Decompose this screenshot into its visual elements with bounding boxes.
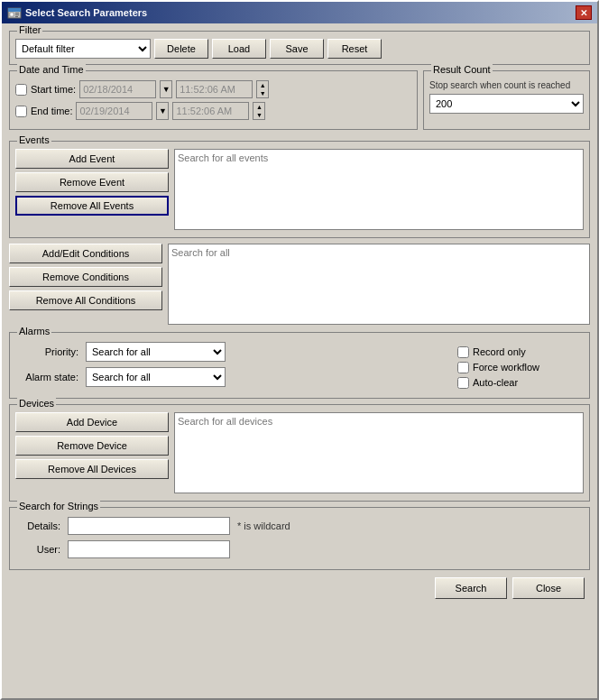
alarms-label: Alarms [17,326,51,336]
remove-device-button[interactable]: Remove Device [15,436,169,456]
auto-clear-label: Auto-clear [457,377,584,389]
result-count-description: Stop search when count is reached [429,80,584,90]
main-window: Select Search Parameters ✕ Filter Defaul… [0,0,599,700]
end-time-label: End time: [31,106,72,116]
start-time-checkbox-label: Start time: [15,84,76,96]
alarms-group: Alarms Priority: Search for all Alarm st… [9,332,590,399]
priority-row: Priority: Search for all [15,342,447,362]
datetime-result-row: Date and Time Start time: ▼ ▲ ▼ [9,70,590,135]
force-workflow-checkbox[interactable] [457,362,469,373]
search-strings-group: Search for Strings Details: * is wildcar… [9,507,590,570]
devices-buttons: Add Device Remove Device Remove All Devi… [15,412,169,495]
end-date-input[interactable] [76,102,152,120]
result-count-select[interactable]: 200 [429,94,584,114]
user-input[interactable] [68,540,230,558]
details-label: Details: [15,520,60,531]
remove-all-devices-button[interactable]: Remove All Devices [15,459,169,479]
priority-label: Priority: [15,346,78,357]
result-count-content: Stop search when count is reached 200 [429,80,584,114]
end-time-checkbox[interactable] [15,106,27,117]
user-row: User: [15,540,584,558]
start-time-input[interactable] [176,80,253,98]
start-time-spin-up[interactable]: ▲ [257,81,268,89]
devices-label: Devices [17,398,56,409]
svg-rect-2 [10,13,14,16]
alarms-right: Record only Force workflow Auto-clear [457,342,584,392]
user-label: User: [15,544,60,555]
remove-event-button[interactable]: Remove Event [15,172,169,192]
search-strings-content: Details: * is wildcard User: [15,517,584,558]
record-only-checkbox[interactable] [457,346,469,358]
filter-group: Filter Default filter Delete Load Save R… [9,31,590,65]
result-count-group: Result Count Stop search when count is r… [423,70,590,130]
add-device-button[interactable]: Add Device [15,412,169,432]
auto-clear-checkbox[interactable] [457,377,469,389]
save-button[interactable]: Save [270,39,324,59]
search-button[interactable]: Search [435,577,507,599]
load-button[interactable]: Load [212,39,266,59]
svg-rect-1 [8,8,21,12]
end-date-dropdown[interactable]: ▼ [156,102,169,120]
alarms-left: Priority: Search for all Alarm state: Se… [15,342,447,392]
alarm-state-row: Alarm state: Search for all [15,367,447,387]
title-bar-left: Select Search Parameters [7,5,147,20]
start-date-input[interactable] [79,80,156,98]
conditions-display [168,244,590,327]
devices-textarea[interactable] [174,412,584,493]
start-time-label: Start time: [31,84,76,95]
end-time-spin[interactable]: ▲ ▼ [253,102,265,120]
alarm-state-label: Alarm state: [15,372,78,382]
close-button[interactable]: Close [512,577,585,599]
add-edit-conditions-button[interactable]: Add/Edit Conditions [9,244,162,263]
events-content: Add Event Remove Event Remove All Events [15,149,584,232]
reset-button[interactable]: Reset [327,39,382,59]
events-label: Events [17,134,51,145]
conditions-textarea[interactable] [168,244,590,325]
title-bar: Select Search Parameters ✕ [2,2,597,23]
end-time-row: End time: ▼ ▲ ▼ [15,102,411,120]
start-time-spin-down[interactable]: ▼ [257,89,268,97]
svg-rect-4 [15,14,19,15]
footer-buttons: Search Close [9,577,590,599]
force-workflow-label: Force workflow [457,362,584,373]
details-row: Details: * is wildcard [15,517,584,535]
filter-label: Filter [17,24,42,35]
events-group: Events Add Event Remove Event Remove All… [9,141,590,238]
datetime-label: Date and Time [17,64,86,75]
start-time-spin[interactable]: ▲ ▼ [256,80,269,98]
content-area: Filter Default filter Delete Load Save R… [2,23,597,606]
devices-display [174,412,584,495]
devices-content: Add Device Remove Device Remove All Devi… [15,412,584,495]
datetime-group: Date and Time Start time: ▼ ▲ ▼ [9,70,418,130]
end-time-spin-down[interactable]: ▼ [253,111,264,119]
result-count-label: Result Count [431,64,493,75]
events-display [174,149,584,232]
start-date-dropdown[interactable]: ▼ [160,80,172,98]
priority-select[interactable]: Search for all [86,342,226,362]
conditions-section: Add/Edit Conditions Remove Conditions Re… [9,244,590,327]
events-buttons: Add Event Remove Event Remove All Events [15,149,169,232]
alarms-content: Priority: Search for all Alarm state: Se… [15,342,584,392]
remove-conditions-button[interactable]: Remove Conditions [9,267,162,287]
add-event-button[interactable]: Add Event [15,149,169,169]
remove-all-events-button[interactable]: Remove All Events [15,196,169,216]
events-textarea[interactable] [174,149,584,230]
details-input[interactable] [68,517,230,535]
wildcard-text: * is wildcard [237,520,290,531]
filter-select[interactable]: Default filter [15,39,151,59]
end-time-spin-up[interactable]: ▲ [253,103,264,111]
alarm-state-select[interactable]: Search for all [86,367,226,387]
record-only-label: Record only [457,346,584,358]
end-time-input[interactable] [172,102,249,120]
start-time-checkbox[interactable] [15,84,27,96]
title-text: Select Search Parameters [25,7,147,18]
datetime-content: Start time: ▼ ▲ ▼ En [15,80,411,120]
window-close-button[interactable]: ✕ [576,5,592,20]
svg-rect-3 [15,13,19,14]
start-time-row: Start time: ▼ ▲ ▼ [15,80,411,98]
conditions-buttons: Add/Edit Conditions Remove Conditions Re… [9,244,162,327]
delete-button[interactable]: Delete [154,39,208,59]
search-strings-label: Search for Strings [17,501,100,511]
remove-all-conditions-button[interactable]: Remove All Conditions [9,290,162,310]
svg-rect-5 [15,16,18,17]
